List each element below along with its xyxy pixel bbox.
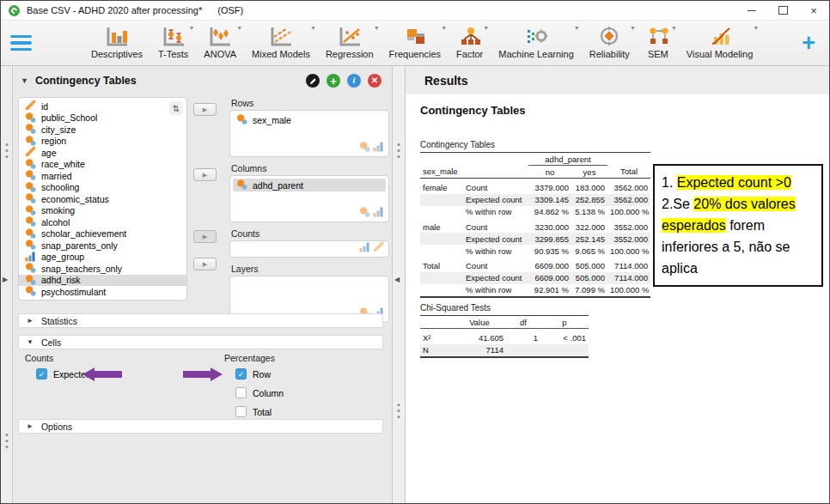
variable-alcohol[interactable]: alcohol: [19, 216, 186, 228]
dropdown-caret-icon[interactable]: ▼: [753, 25, 759, 31]
ribbon-button-t-tests[interactable]: ▼T-Tests: [150, 23, 196, 63]
window-controls: ×: [736, 1, 829, 20]
expand-data-panel-icon[interactable]: ▶: [3, 276, 8, 283]
column-percent-label: Column: [253, 388, 284, 398]
ribbon-button-descriptives[interactable]: Descriptives: [83, 23, 150, 63]
assign-to-rows-button arrow-right-icon[interactable]: ▶: [193, 103, 217, 116]
close-button[interactable]: ×: [798, 1, 829, 20]
collapse-options-panel-icon[interactable]: ◀: [394, 276, 400, 283]
dropdown-caret-icon[interactable]: ▼: [483, 25, 489, 31]
sort-variables-button sort-icon[interactable]: ⇅: [169, 101, 183, 115]
splitter-drag-handle[interactable]: [5, 434, 8, 448]
variable-public_School[interactable]: public_School: [19, 112, 186, 124]
main-menu-button hamburger-icon[interactable]: [10, 35, 32, 52]
row-type-label: Count: [463, 179, 528, 194]
row-type-label: Expected count: [463, 194, 528, 206]
dropdown-caret-icon[interactable]: ▼: [310, 25, 316, 31]
variable-city_size[interactable]: city_size: [19, 124, 186, 136]
ribbon-button-sem[interactable]: ▼SEM: [638, 23, 679, 63]
data-panel-splitter[interactable]: ▶: [1, 66, 13, 504]
ribbon-button-regression[interactable]: ▼Regression: [318, 23, 381, 63]
table-row: % within row90.935 %9.065 %100.000 %: [420, 245, 650, 257]
percentages-group: Percentages ✓ Row Column Total: [224, 353, 284, 425]
variable-age[interactable]: age: [19, 147, 186, 159]
maximize-icon: [778, 6, 788, 15]
duplicate-analysis-button plus-icon[interactable]: +: [327, 74, 340, 88]
dropdown-caret-icon[interactable]: ▼: [671, 25, 677, 31]
splitter-drag-handle[interactable]: [398, 143, 400, 158]
variable-race_white[interactable]: race_white: [19, 159, 186, 171]
splitter-drag-handle[interactable]: [5, 143, 8, 158]
value-cell: 183.000: [571, 179, 607, 194]
variable-name: psychostimulant: [41, 287, 106, 297]
value-cell: 90.935 %: [528, 245, 571, 257]
allowed-types-icons: [359, 141, 384, 154]
column-percent-checkbox[interactable]: [235, 387, 247, 398]
variable-region[interactable]: region: [19, 136, 186, 148]
variable-smoking[interactable]: smoking: [19, 205, 186, 217]
variable-id[interactable]: id: [19, 100, 186, 112]
variable-economic_status[interactable]: economic_status: [19, 193, 186, 205]
variable-snap_teachers_only[interactable]: snap_teachers_only: [19, 263, 186, 275]
assigned-variable-adhd_parent[interactable]: adhd_parent: [233, 179, 386, 191]
section-options-label: Options: [41, 422, 72, 432]
dropzone-columns[interactable]: adhd_parent: [229, 175, 389, 222]
variable-age_group[interactable]: age_group: [19, 252, 186, 264]
ribbon-button-frequencies[interactable]: ▼Frequencies: [381, 23, 449, 63]
ribbon: Descriptives▼T-Tests▼ANOVA▼Mixed Models▼…: [1, 21, 829, 66]
help-button info-icon[interactable]: i: [347, 74, 361, 88]
assign-to-columns-button arrow-right-icon[interactable]: ▶: [193, 168, 217, 181]
variable-adhd_risk[interactable]: adhd_risk: [19, 275, 186, 287]
p-cell: < .001: [540, 329, 589, 344]
value-cell: 6609.000: [528, 257, 571, 272]
ribbon-button-visual-modeling[interactable]: ▼Visual Modeling: [679, 23, 760, 63]
value-cell: 6609.000: [528, 272, 571, 284]
dropdown-caret-icon[interactable]: ▼: [188, 25, 194, 31]
assign-to-counts-button arrow-right-icon[interactable]: ▶: [193, 230, 217, 243]
assigned-variable-sex_male[interactable]: sex_male: [233, 113, 386, 126]
title-bar: Base CSV - ADHD 2020 after processing* (…: [1, 1, 829, 21]
section-statistics[interactable]: ► Statistics: [18, 313, 383, 328]
variable-snap_parents_only[interactable]: snap_parents_only: [19, 240, 186, 252]
variable-scholar_achievement[interactable]: scholar_achievement: [19, 228, 186, 240]
assign-to-layers-button arrow-right-icon[interactable]: ▶: [193, 258, 217, 270]
dropzone-rows[interactable]: sex_male: [229, 110, 389, 157]
dropdown-caret-icon[interactable]: ▼: [374, 25, 380, 31]
splitter-drag-handle[interactable]: [398, 404, 400, 418]
edit-title-button pencil-icon[interactable]: [306, 74, 320, 88]
row-percent-checkbox check-icon[interactable]: ✓: [235, 368, 247, 380]
dropdown-caret-icon[interactable]: ▼: [236, 25, 242, 31]
total-percent-checkbox[interactable]: [235, 406, 247, 417]
results-splitter[interactable]: ◀: [393, 66, 406, 504]
ribbon-button-anova[interactable]: ▼ANOVA: [196, 23, 244, 63]
column-percent-checkbox-row[interactable]: Column: [235, 387, 284, 398]
ribbon-button-machine-learning[interactable]: ▼Machine Learning: [491, 23, 581, 63]
ribbon-button-reliability[interactable]: ▼Reliability: [582, 23, 638, 63]
collapse-analysis-icon[interactable]: ▼: [21, 76, 28, 85]
regression-icon: [337, 25, 363, 48]
add-module-button plus-icon[interactable]: +: [802, 33, 815, 52]
remove-analysis-button close-icon[interactable]: ✕: [368, 74, 381, 88]
value-cell: 322.000: [571, 218, 607, 234]
dropzone-counts[interactable]: [229, 240, 389, 258]
variable-name: sex_male: [253, 115, 291, 125]
variable-married[interactable]: married: [19, 170, 186, 182]
value-cell: 5.138 %: [571, 206, 607, 218]
variable-psychostimulant[interactable]: psychostimulant: [19, 286, 186, 298]
total-percent-checkbox-row[interactable]: Total: [235, 406, 284, 417]
expected-checkbox check-icon[interactable]: ✓: [36, 368, 47, 380]
minimize-button[interactable]: [736, 1, 767, 20]
dropdown-caret-icon[interactable]: ▼: [441, 25, 447, 31]
row-percent-checkbox-row[interactable]: ✓ Row: [235, 368, 284, 380]
results-panel: Results Contingency Tables Contingency T…: [406, 66, 829, 504]
dropdown-caret-icon[interactable]: ▼: [630, 25, 636, 31]
variable-schooling[interactable]: schooling: [19, 182, 186, 194]
ordinal-type-icon: [373, 141, 384, 154]
section-cells[interactable]: ▼ Cells: [18, 335, 383, 349]
ribbon-button-mixed-models[interactable]: ▼Mixed Models: [244, 23, 318, 63]
ribbon-button-factor[interactable]: ▼Factor: [449, 23, 491, 63]
dropdown-caret-icon[interactable]: ▼: [574, 25, 580, 31]
section-options[interactable]: ► Options: [18, 419, 383, 434]
group-name: [420, 245, 463, 257]
maximize-button[interactable]: [767, 1, 798, 20]
